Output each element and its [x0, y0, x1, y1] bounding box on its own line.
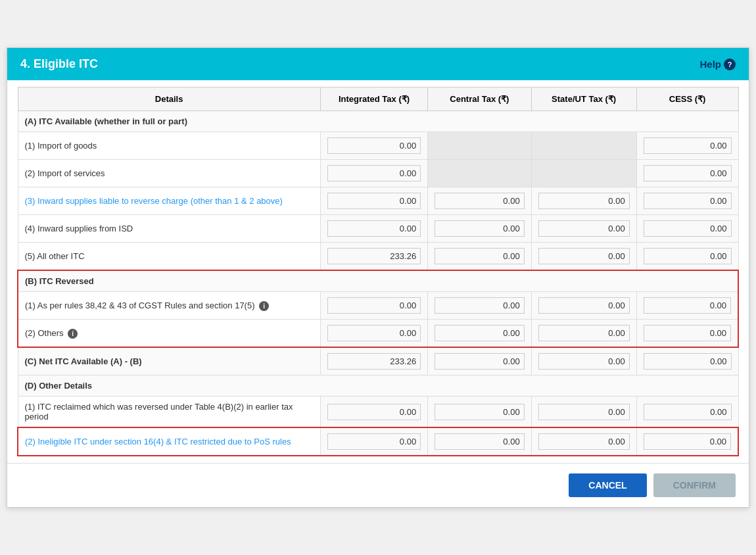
c-central-input[interactable]	[435, 353, 525, 370]
a5-central	[428, 243, 532, 271]
c-state-input[interactable]	[538, 353, 630, 370]
b1-integrated	[320, 292, 427, 320]
d2-integrated-input[interactable]	[327, 433, 421, 450]
a1-central-empty	[428, 132, 532, 160]
row-a2: (2) Import of services	[18, 160, 738, 187]
section-a-header-row: (A) ITC Available (whether in full or pa…	[18, 111, 738, 132]
a2-label: (2) Import of services	[18, 160, 320, 187]
a4-cess	[636, 215, 738, 243]
a5-state-input[interactable]	[538, 248, 630, 264]
a2-state-empty	[531, 160, 636, 187]
a4-label: (4) Inward supplies from ISD	[18, 215, 320, 243]
col-state-ut-tax: State/UT Tax (₹)	[531, 87, 636, 111]
b2-integrated-input[interactable]	[327, 325, 421, 341]
d1-cess	[636, 397, 738, 428]
itc-table: Details Integrated Tax (₹) Central Tax (…	[17, 87, 739, 456]
a1-cess	[636, 132, 738, 160]
a3-label: (3) Inward supplies liable to reverse ch…	[18, 187, 320, 215]
a5-cess	[636, 243, 738, 271]
d1-integrated-input[interactable]	[327, 404, 421, 420]
a2-integrated	[320, 160, 427, 187]
section-b-header-row: (B) ITC Reversed	[18, 270, 738, 292]
a5-integrated-input[interactable]	[327, 248, 421, 264]
col-central-tax: Central Tax (₹)	[428, 87, 532, 111]
b1-label: (1) As per rules 38,42 & 43 of CGST Rule…	[18, 292, 320, 320]
b2-label: (2) Others i	[18, 320, 320, 348]
cancel-button[interactable]: CANCEL	[569, 473, 646, 497]
a5-state	[531, 243, 636, 271]
d1-cess-input[interactable]	[644, 404, 732, 420]
b1-state-input[interactable]	[538, 297, 630, 314]
b2-info-icon[interactable]: i	[68, 329, 78, 339]
confirm-button[interactable]: CONFIRM	[653, 473, 736, 497]
b1-cess-input[interactable]	[644, 297, 731, 314]
b2-cess-input[interactable]	[644, 325, 731, 341]
section-c-label: (C) Net ITC Available (A) - (B)	[18, 347, 320, 375]
a3-state	[531, 187, 636, 215]
main-container: 4. Eligible ITC Help ? Details Integrate…	[7, 47, 749, 508]
c-integrated-input[interactable]	[327, 353, 421, 370]
d2-cess	[636, 427, 738, 456]
row-b1: (1) As per rules 38,42 & 43 of CGST Rule…	[18, 292, 738, 320]
d2-cess-input[interactable]	[644, 433, 731, 450]
d2-state-input[interactable]	[538, 433, 630, 450]
a5-cess-input[interactable]	[644, 248, 732, 264]
col-cess: CESS (₹)	[636, 87, 738, 111]
b2-cess	[636, 320, 738, 348]
a4-central	[428, 215, 532, 243]
footer: CANCEL CONFIRM	[7, 463, 749, 507]
a3-cess-input[interactable]	[644, 193, 732, 209]
b1-central-input[interactable]	[435, 297, 525, 314]
a2-cess-input[interactable]	[644, 165, 732, 181]
a3-state-input[interactable]	[538, 193, 630, 209]
row-a3: (3) Inward supplies liable to reverse ch…	[18, 187, 738, 215]
a3-central	[428, 187, 532, 215]
a1-integrated-input[interactable]	[327, 137, 421, 154]
help-button[interactable]: Help ?	[699, 59, 736, 70]
row-d2: (2) Ineligible ITC under section 16(4) &…	[18, 427, 738, 456]
a2-integrated-input[interactable]	[327, 165, 421, 181]
a3-integrated	[320, 187, 427, 215]
c-state	[531, 347, 636, 375]
c-cess	[636, 347, 738, 375]
table-header-row: Details Integrated Tax (₹) Central Tax (…	[18, 87, 738, 111]
a2-cess	[636, 160, 738, 187]
page-title: 4. Eligible ITC	[20, 57, 98, 71]
d1-label: (1) ITC reclaimed which was reversed und…	[18, 397, 320, 428]
d2-central-input[interactable]	[435, 433, 525, 450]
d2-label: (2) Ineligible ITC under section 16(4) &…	[18, 427, 320, 456]
a5-central-input[interactable]	[435, 248, 525, 264]
a3-integrated-input[interactable]	[327, 193, 421, 209]
a4-state-input[interactable]	[538, 220, 630, 237]
row-a5: (5) All other ITC	[18, 243, 738, 271]
row-a1: (1) Import of goods	[18, 132, 738, 160]
a1-state-empty	[531, 132, 636, 160]
row-d1: (1) ITC reclaimed which was reversed und…	[18, 397, 738, 428]
row-a4: (4) Inward supplies from ISD	[18, 215, 738, 243]
row-b2: (2) Others i	[18, 320, 738, 348]
c-cess-input[interactable]	[644, 353, 732, 370]
a3-central-input[interactable]	[435, 193, 525, 209]
d1-integrated	[320, 397, 427, 428]
a4-integrated	[320, 215, 427, 243]
b1-integrated-input[interactable]	[327, 297, 421, 314]
help-label: Help	[699, 59, 721, 70]
page-header: 4. Eligible ITC Help ?	[7, 48, 749, 80]
b2-state-input[interactable]	[538, 325, 630, 341]
a4-integrated-input[interactable]	[327, 220, 421, 237]
section-d-label: (D) Other Details	[18, 375, 738, 397]
d1-central-input[interactable]	[435, 404, 525, 420]
a4-cess-input[interactable]	[644, 220, 732, 237]
d1-state-input[interactable]	[538, 404, 630, 420]
a4-central-input[interactable]	[435, 220, 525, 237]
b2-state	[531, 320, 636, 348]
a1-label: (1) Import of goods	[18, 132, 320, 160]
a4-state	[531, 215, 636, 243]
b2-integrated	[320, 320, 427, 348]
a1-cess-input[interactable]	[644, 137, 732, 154]
d2-state	[531, 427, 636, 456]
c-integrated	[320, 347, 427, 375]
b1-info-icon[interactable]: i	[259, 301, 269, 311]
b1-state	[531, 292, 636, 320]
b2-central-input[interactable]	[435, 325, 525, 341]
